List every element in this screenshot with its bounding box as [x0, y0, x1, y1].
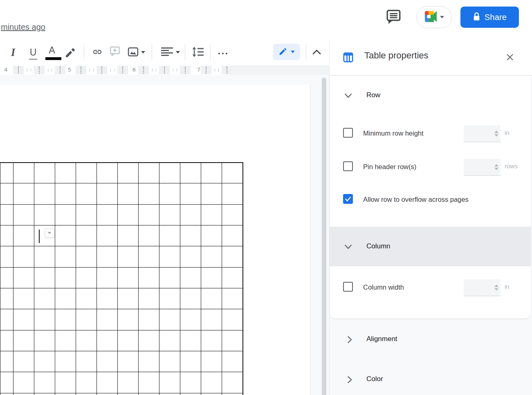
google-docs-window: minutes ago: [0, 0, 532, 395]
ruler-column-marker[interactable]: [138, 66, 149, 74]
add-comment-button[interactable]: [107, 39, 123, 65]
underline-button[interactable]: U: [25, 39, 41, 65]
column-width-checkbox[interactable]: [343, 282, 353, 292]
italic-icon: I: [11, 46, 16, 59]
spinner-icon[interactable]: [494, 285, 498, 291]
ruler-tick: [31, 69, 31, 71]
ruler-column-marker[interactable]: [222, 66, 232, 74]
allow-overflow-row: Allow row to overflow across pages: [330, 194, 531, 213]
panel-header: Table properties: [330, 39, 532, 76]
editing-mode-button[interactable]: [273, 44, 300, 60]
chevron-down-icon: [440, 16, 444, 18]
spinner-icon[interactable]: [494, 164, 498, 170]
share-button[interactable]: Share: [460, 7, 519, 28]
ruler[interactable]: 4567: [0, 65, 329, 75]
editing-mode-pencil-icon: [278, 47, 287, 57]
pin-header-rows-label: Pin header row(s): [363, 163, 416, 171]
table-grid-line-v: [13, 162, 13, 395]
ruler-column-marker[interactable]: [159, 66, 170, 74]
lock-icon: [473, 12, 480, 22]
insert-link-button[interactable]: [89, 39, 106, 65]
column-marker-dots: [206, 67, 207, 74]
chevron-right-icon: [345, 335, 355, 346]
table-grid-line-v: [201, 162, 201, 395]
vertical-scrollbar[interactable]: [322, 78, 326, 395]
chevron-down-icon: [343, 91, 353, 102]
spinner-icon[interactable]: [494, 131, 498, 137]
column-marker-dots: [81, 67, 81, 74]
share-button-label: Share: [485, 13, 507, 22]
panel-title: Table properties: [364, 50, 429, 61]
section-header-column[interactable]: Column: [330, 227, 531, 266]
ruler-column-marker[interactable]: [13, 66, 24, 74]
allow-overflow-checkbox[interactable]: [343, 194, 353, 204]
meet-button[interactable]: [416, 6, 452, 28]
ruler-column-marker[interactable]: [55, 66, 65, 74]
unit-label: rows: [505, 163, 518, 170]
ruler-column-marker[interactable]: [117, 66, 128, 74]
ruler-column-marker[interactable]: [201, 66, 211, 74]
chevron-down-icon: [343, 242, 353, 253]
minimum-row-height-input[interactable]: [464, 125, 501, 142]
hide-menus-button[interactable]: [309, 39, 324, 65]
allow-overflow-label: Allow row to overflow across pages: [363, 196, 469, 203]
last-edit-link[interactable]: minutes ago: [1, 22, 45, 32]
table-grid-line-v: [55, 162, 55, 395]
highlight-color-button[interactable]: [61, 39, 79, 65]
ruler-tick: [90, 69, 90, 71]
ruler-column-marker[interactable]: [97, 66, 107, 74]
topbar: minutes ago: [0, 0, 532, 40]
minimum-row-height-checkbox[interactable]: [343, 128, 353, 138]
table-grid-line-h: [0, 267, 243, 268]
comment-history-icon: [386, 9, 402, 25]
section-header-color[interactable]: Color: [330, 359, 532, 395]
pin-header-rows-input[interactable]: [464, 159, 501, 176]
ruler-column-marker[interactable]: [34, 66, 45, 74]
column-marker-dots: [60, 67, 61, 74]
document-workspace: [0, 75, 329, 395]
insert-image-icon: [128, 47, 139, 58]
insert-image-button[interactable]: [124, 39, 148, 65]
add-comment-icon: [110, 46, 121, 58]
table-grid-line-h: [0, 351, 243, 351]
text-color-button[interactable]: A: [43, 39, 61, 65]
table-grid-line-v: [97, 162, 97, 395]
minimum-row-height-label: Minimum row height: [363, 129, 424, 137]
more-options-button[interactable]: [214, 39, 231, 65]
table-grid-line-v: [117, 162, 118, 395]
document-page[interactable]: [0, 85, 310, 395]
line-spacing-button[interactable]: [189, 39, 207, 65]
table-grid-line-h: [0, 288, 243, 288]
minimum-row-height-row: Minimum row height in: [330, 128, 531, 147]
text-cursor: [39, 230, 40, 243]
column-marker-dots: [122, 67, 123, 74]
close-panel-button[interactable]: [504, 52, 516, 63]
table-cell-dropdown[interactable]: [45, 228, 54, 238]
table-grid-line-v: [180, 162, 180, 395]
ruler-column-marker[interactable]: [180, 66, 191, 74]
pin-header-rows-row: Pin header row(s) rows: [330, 161, 531, 180]
line-spacing-icon: [191, 47, 204, 58]
table-grid-line-v: [159, 162, 159, 395]
align-button[interactable]: [158, 39, 183, 65]
italic-button[interactable]: I: [6, 39, 20, 65]
column-width-input[interactable]: [464, 279, 501, 296]
table-grid-line-h: [0, 309, 243, 309]
section-label: Alignment: [366, 335, 397, 343]
column-marker-dots: [18, 67, 19, 74]
ruler-tick: [156, 69, 156, 71]
ruler-inch-number: 4: [4, 67, 7, 73]
pin-header-rows-checkbox[interactable]: [343, 161, 353, 171]
ruler-column-marker[interactable]: [76, 66, 86, 74]
comment-history-button[interactable]: [385, 8, 403, 26]
section-header-alignment[interactable]: Alignment: [330, 319, 532, 359]
toolbar: I U A: [0, 39, 329, 65]
section-label: Color: [366, 375, 383, 383]
unit-label: in: [505, 129, 510, 136]
ruler-inch-number: 5: [68, 67, 71, 73]
ruler-tick: [218, 69, 219, 71]
section-header-row[interactable]: Row: [330, 76, 531, 115]
highlight-color-icon: [64, 45, 77, 60]
section-label: Column: [366, 242, 391, 250]
chevron-down-icon: [48, 232, 51, 234]
